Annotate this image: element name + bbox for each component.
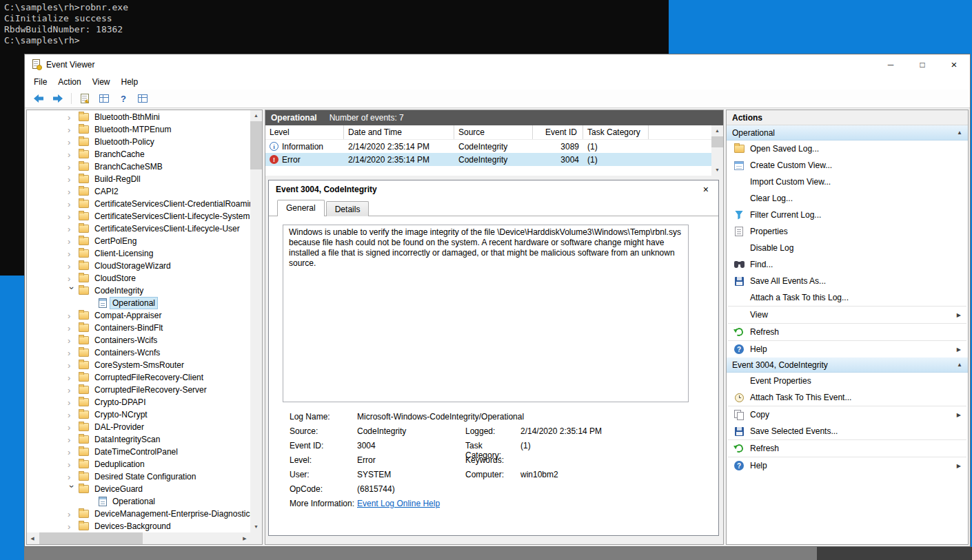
action-event-properties[interactable]: Event Properties: [727, 373, 968, 389]
action-refresh[interactable]: Refresh: [727, 440, 968, 457]
tree-item-datetimecontrolpanel[interactable]: ›DateTimeControlPanel: [27, 446, 250, 458]
scroll-up-icon[interactable]: ▲: [711, 125, 723, 136]
tree-item-cloudstore[interactable]: ›CloudStore: [27, 272, 250, 284]
tree-item-bluetooth-bthmini[interactable]: ›Bluetooth-BthMini: [27, 111, 250, 123]
chevron-collapsed-icon[interactable]: ›: [68, 237, 77, 246]
chevron-collapsed-icon[interactable]: ›: [68, 113, 77, 122]
chevron-collapsed-icon[interactable]: ›: [68, 336, 77, 345]
column-header-level[interactable]: Level: [265, 125, 344, 139]
help-button[interactable]: ?: [115, 91, 132, 106]
action-help[interactable]: ?Help▶: [727, 457, 968, 474]
actions-section-header-event-3004-codeintegrity[interactable]: Event 3004, CodeIntegrity▲: [727, 357, 968, 373]
action-filter-current-log[interactable]: Filter Current Log...: [727, 207, 968, 223]
action-create-custom-view[interactable]: Create Custom View...: [727, 157, 968, 174]
list-vertical-scrollbar[interactable]: ▲ ▼: [711, 125, 723, 176]
tree-item-containers-wcifs[interactable]: ›Containers-Wcifs: [27, 334, 250, 346]
chevron-collapsed-icon[interactable]: ›: [68, 522, 77, 531]
tree-item-cloudstoragewizard[interactable]: ›CloudStorageWizard: [27, 260, 250, 272]
menu-action[interactable]: Action: [52, 75, 86, 89]
column-header-date-and-time[interactable]: Date and Time: [344, 125, 454, 139]
tree-item-branchcache[interactable]: ›BranchCache: [27, 148, 250, 160]
back-button[interactable]: [30, 91, 47, 106]
chevron-collapsed-icon[interactable]: ›: [68, 448, 77, 457]
chevron-collapsed-icon[interactable]: ›: [68, 361, 77, 370]
chevron-collapsed-icon[interactable]: ›: [68, 386, 77, 395]
close-button[interactable]: ×: [938, 54, 970, 74]
chevron-collapsed-icon[interactable]: ›: [68, 187, 77, 196]
actions-section-header-operational[interactable]: Operational▲: [727, 125, 968, 141]
tree-item-deviceguard[interactable]: ›DeviceGuard: [27, 483, 250, 495]
menu-view[interactable]: View: [87, 75, 116, 89]
tree-item-certpoleng[interactable]: ›CertPolEng: [27, 235, 250, 247]
tree-item-bluetooth-policy[interactable]: ›Bluetooth-Policy: [27, 136, 250, 148]
chevron-collapsed-icon[interactable]: ›: [68, 324, 77, 333]
chevron-collapsed-icon[interactable]: ›: [68, 262, 77, 271]
collapse-section-icon[interactable]: ▲: [957, 129, 962, 136]
chevron-collapsed-icon[interactable]: ›: [68, 349, 77, 357]
scroll-right-icon[interactable]: ▶: [239, 532, 250, 544]
tree-item-compat-appraiser[interactable]: ›Compat-Appraiser: [27, 309, 250, 322]
scroll-left-icon[interactable]: ◀: [27, 532, 38, 544]
chevron-collapsed-icon[interactable]: ›: [68, 249, 77, 258]
taskbar[interactable]: [24, 547, 972, 560]
chevron-expanded-icon[interactable]: ›: [68, 485, 77, 494]
action-help[interactable]: ?Help▶: [727, 341, 968, 357]
chevron-collapsed-icon[interactable]: ›: [68, 150, 77, 159]
event-log-online-help-link[interactable]: Event Log Online Help: [357, 499, 440, 513]
event-row-3004[interactable]: !Error2/14/2020 2:35:14 PMCodeIntegrity3…: [265, 153, 723, 166]
menu-help[interactable]: Help: [116, 75, 144, 89]
chevron-collapsed-icon[interactable]: ›: [68, 473, 77, 481]
event-description[interactable]: Windows is unable to verify the image in…: [283, 225, 689, 402]
scroll-up-icon[interactable]: ▲: [250, 110, 262, 121]
column-header-event-id[interactable]: Event ID: [533, 125, 583, 139]
maximize-button[interactable]: □: [907, 54, 938, 74]
chevron-collapsed-icon[interactable]: ›: [68, 225, 77, 234]
chevron-collapsed-icon[interactable]: ›: [68, 398, 77, 407]
chevron-collapsed-icon[interactable]: ›: [68, 411, 77, 419]
tree-item-dal-provider[interactable]: ›DAL-Provider: [27, 421, 250, 433]
tree-item-containers-wcnfs[interactable]: ›Containers-Wcnfs: [27, 346, 250, 359]
tree-item-client-licensing[interactable]: ›Client-Licensing: [27, 247, 250, 260]
action-refresh[interactable]: Refresh: [727, 324, 968, 340]
action-clear-log[interactable]: Clear Log...: [727, 190, 968, 207]
menu-file[interactable]: File: [28, 75, 52, 89]
tree-horizontal-scrollbar[interactable]: ◀ ▶: [27, 532, 250, 544]
chevron-collapsed-icon[interactable]: ›: [68, 212, 77, 221]
tree-item-operational[interactable]: Operational: [27, 297, 250, 309]
column-header-source[interactable]: Source: [454, 125, 533, 139]
tree-item-devices-background[interactable]: ›Devices-Background: [27, 520, 250, 532]
action-import-custom-view[interactable]: Import Custom View...: [727, 174, 968, 190]
chevron-collapsed-icon[interactable]: ›: [68, 460, 77, 469]
preview-close-icon[interactable]: ×: [700, 184, 711, 195]
chevron-collapsed-icon[interactable]: ›: [68, 274, 77, 283]
tree-item-bluetooth-mtpenum[interactable]: ›Bluetooth-MTPEnum: [27, 123, 250, 136]
action-save-selected-events[interactable]: Save Selected Events...: [727, 423, 968, 439]
action-save-all-events-as[interactable]: Save All Events As...: [727, 273, 968, 289]
action-attach-a-task-to-this-log[interactable]: Attach a Task To this Log...: [727, 289, 968, 306]
scroll-down-icon[interactable]: ▼: [711, 165, 723, 176]
chevron-collapsed-icon[interactable]: ›: [68, 163, 77, 172]
chevron-collapsed-icon[interactable]: ›: [68, 373, 77, 382]
tree-item-corruptedfilerecovery-client[interactable]: ›CorruptedFileRecovery-Client: [27, 371, 250, 384]
chevron-collapsed-icon[interactable]: ›: [68, 138, 77, 147]
tree-item-branchcachesmb[interactable]: ›BranchCacheSMB: [27, 160, 250, 173]
tab-general[interactable]: General: [277, 200, 325, 216]
tree-item-capi2[interactable]: ›CAPI2: [27, 185, 250, 198]
chevron-collapsed-icon[interactable]: ›: [68, 435, 77, 444]
action-properties[interactable]: Properties: [727, 223, 968, 240]
tree-vertical-scrollbar[interactable]: ▲ ▼: [250, 110, 262, 532]
tree-item-devicemanagement-enterprise-diagnostics-provider[interactable]: ›DeviceManagement-Enterprise-Diagnostics…: [27, 508, 250, 520]
scrollbar-thumb[interactable]: [250, 121, 262, 169]
action-copy[interactable]: Copy▶: [727, 406, 968, 423]
export-log-button[interactable]: [77, 91, 93, 106]
tree-item-certificateservicesclient-credentialroaming[interactable]: ›CertificateServicesClient-CredentialRoa…: [27, 198, 250, 210]
tree-item-containers-bindflt[interactable]: ›Containers-BindFlt: [27, 322, 250, 334]
action-open-saved-log[interactable]: Open Saved Log...: [727, 141, 968, 157]
forward-button[interactable]: [50, 91, 66, 106]
tree-item-certificateservicesclient-lifecycle-system[interactable]: ›CertificateServicesClient-Lifecycle-Sys…: [27, 210, 250, 222]
tree-item-crypto-ncrypt[interactable]: ›Crypto-NCrypt: [27, 408, 250, 421]
collapse-section-icon[interactable]: ▲: [957, 362, 962, 368]
scrollbar-thumb[interactable]: [39, 532, 143, 544]
action-attach-task-to-this-event[interactable]: Attach Task To This Event...: [727, 389, 968, 406]
scroll-down-icon[interactable]: ▼: [250, 521, 262, 532]
